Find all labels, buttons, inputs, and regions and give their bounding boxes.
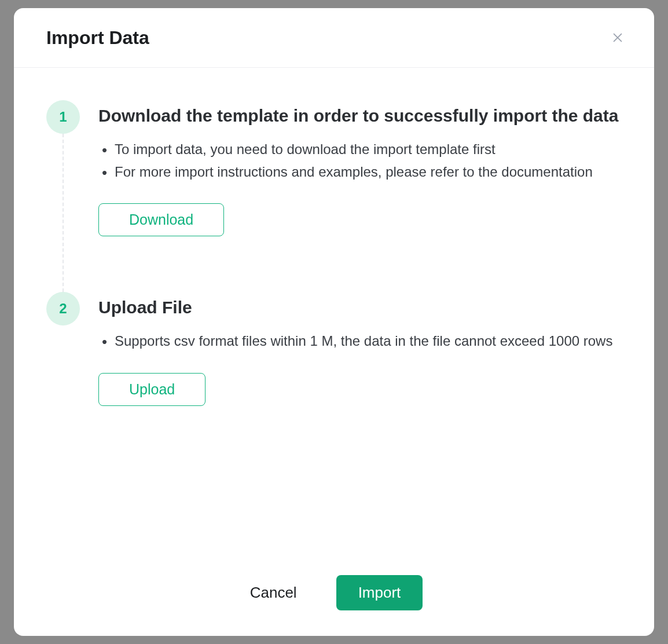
step-bullets: Supports csv format files within 1 M, th… — [98, 330, 622, 352]
step-download: 1 Download the template in order to succ… — [46, 100, 622, 292]
bullet-item: For more import instructions and example… — [98, 161, 622, 182]
step-title: Download the template in order to succes… — [98, 104, 622, 128]
download-button[interactable]: Download — [98, 203, 224, 236]
modal-title: Import Data — [46, 27, 149, 49]
modal-header: Import Data — [14, 8, 654, 68]
step-content: Download the template in order to succes… — [98, 100, 622, 236]
cancel-button[interactable]: Cancel — [245, 577, 302, 609]
modal-footer: Cancel Import — [14, 552, 654, 636]
import-data-modal: Import Data 1 Download the template in o… — [14, 8, 654, 636]
step-number: 2 — [46, 292, 80, 325]
import-button[interactable]: Import — [336, 575, 423, 610]
step-title: Upload File — [98, 295, 622, 320]
step-number: 1 — [46, 100, 80, 134]
close-icon — [611, 31, 624, 44]
bullet-item: Supports csv format files within 1 M, th… — [98, 330, 622, 352]
modal-body: 1 Download the template in order to succ… — [14, 68, 654, 552]
upload-button[interactable]: Upload — [98, 373, 205, 406]
steps-container: 1 Download the template in order to succ… — [46, 100, 622, 406]
step-bullets: To import data, you need to download the… — [98, 138, 622, 182]
bullet-item: To import data, you need to download the… — [98, 138, 622, 160]
step-content: Upload File Supports csv format files wi… — [98, 292, 622, 405]
step-upload: 2 Upload File Supports csv format files … — [46, 292, 622, 405]
close-button[interactable] — [607, 27, 629, 49]
